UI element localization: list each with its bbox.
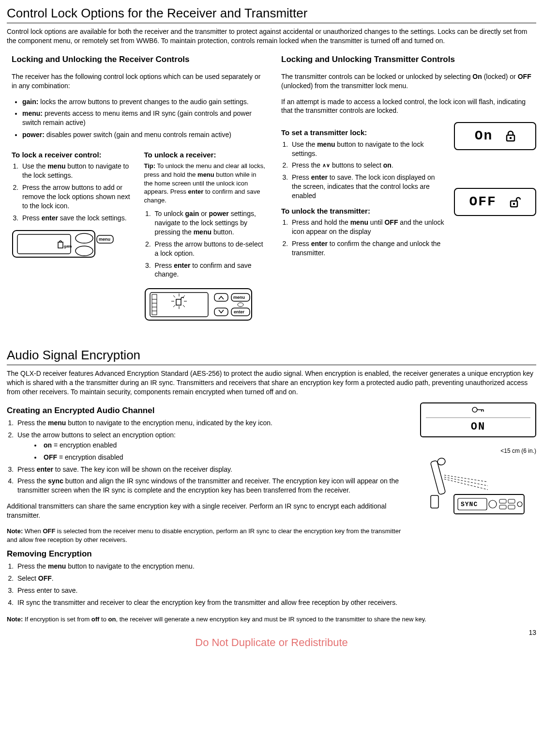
lcd-on-display: On [454, 122, 536, 150]
lock-closed-icon [506, 130, 515, 142]
transmitter-lock-p2: If an attempt is made to access a locked… [281, 97, 536, 116]
svg-point-4 [75, 233, 93, 243]
chevron-up-down-icon: ∧∨ [322, 162, 330, 169]
svg-point-48 [489, 500, 497, 508]
rem-step-3: Press enter to save. [15, 586, 410, 595]
receiver-unlock-illustration: menu enter [144, 284, 267, 327]
transmitter-lock-heading: Locking and Unlocking Transmitter Contro… [281, 54, 536, 65]
section2-intro: The QLX-D receiver features Advanced Enc… [7, 369, 536, 397]
bullet-menu: menu: prevents access to menu items and … [22, 109, 267, 127]
tx-set-step-2: Press the ∧∨ buttons to select on. [290, 161, 444, 170]
section1-intro: Control lock options are available for b… [7, 27, 536, 46]
svg-rect-51 [499, 505, 506, 509]
svg-rect-24 [214, 293, 228, 301]
tx-unlock-step-1: Press and hold the menu until OFF and th… [290, 218, 444, 236]
rem-step-4: IR sync the transmitter and receiver to … [15, 598, 410, 607]
lock-step-3: Press enter save the lock settings. [20, 214, 135, 223]
section2-title: Audio Signal Encryption [7, 347, 536, 365]
enc-opt-off: OFF = encryption disabled [42, 453, 410, 462]
transmitter-lock-p1: The transmitter controls can be locked o… [281, 72, 536, 91]
create-enc-heading: Creating an Encrypted Audio Channel [7, 405, 410, 417]
receiver-lock-illustration: gain menu [12, 228, 135, 264]
enc-step-2: Use the arrow buttons to select an encry… [15, 431, 410, 462]
enc-additional: Additional transmitters can share the sa… [7, 502, 410, 520]
unlock-tx-heading: To unlock the transmitter: [281, 206, 444, 216]
section1-title: Control Lock Options for the Receiver an… [7, 5, 536, 23]
encryption-lcd: ON [420, 402, 536, 437]
enc-step-1: Press the menu button to navigate to the… [15, 418, 410, 428]
tx-set-step-3: Press enter to save. The lock icon displ… [290, 173, 444, 201]
enc-note: Note: When OFF is selected from the rece… [7, 527, 410, 544]
remove-enc-heading: Removing Encryption [7, 549, 410, 560]
svg-rect-52 [508, 505, 515, 509]
svg-point-53 [517, 502, 522, 507]
svg-line-15 [173, 305, 175, 307]
lock-step-2: Press the arrow buttons to add or remove… [20, 183, 135, 211]
svg-rect-41 [431, 495, 438, 508]
svg-rect-50 [508, 499, 515, 503]
unlock-step-2: Press the arrow buttons to de-select a l… [153, 240, 267, 258]
svg-text:gain: gain [64, 244, 72, 248]
remove-enc-note: Note: If encryption is set from off to o… [7, 615, 536, 624]
svg-point-5 [75, 246, 93, 256]
bullet-power: power: disables power switch (gain and m… [22, 130, 267, 139]
receiver-lock-desc: The receiver has the following control l… [12, 72, 267, 91]
bullet-gain: gain: locks the arrow buttons to prevent… [22, 97, 267, 107]
tx-set-step-1: Use the menu button to navigate to the l… [290, 140, 444, 158]
svg-text:menu: menu [233, 295, 245, 300]
unlock-tip: Tip: To unlock the menu and clear all lo… [144, 162, 267, 204]
svg-line-12 [183, 295, 185, 297]
svg-text:SYNC: SYNC [461, 501, 478, 508]
unlock-step-3: Press enter to confirm and save change. [153, 261, 267, 279]
svg-rect-32 [510, 137, 512, 139]
key-icon [472, 406, 484, 413]
svg-rect-49 [499, 499, 506, 503]
rem-step-2: Select OFF. [15, 574, 410, 583]
svg-rect-19 [152, 294, 157, 315]
enc-step-3: Press enter to save. The key icon will b… [15, 465, 410, 474]
lock-open-icon [510, 196, 521, 208]
svg-line-44 [444, 475, 488, 482]
svg-point-35 [472, 407, 477, 412]
unlock-receiver-heading: To unlock a receiver: [144, 150, 267, 160]
svg-text:menu: menu [99, 237, 110, 242]
enc-opt-on: on = encryption enabled [42, 441, 410, 450]
svg-line-16 [183, 305, 185, 307]
lock-receiver-heading: To lock a receiver control: [12, 150, 135, 160]
unlock-step-1: To unlock gain or power settings, naviga… [153, 209, 267, 237]
svg-rect-18 [176, 299, 181, 305]
svg-rect-25 [214, 308, 228, 316]
lcd-off-display: OFF [454, 188, 536, 216]
receiver-lock-heading: Locking and Unlocking the Receiver Contr… [12, 54, 267, 65]
svg-rect-39 [430, 460, 446, 494]
enc-step-4: Press the sync button and align the IR s… [15, 477, 410, 495]
svg-rect-34 [513, 203, 515, 205]
watermark: Do Not Duplicate or Redistribute [7, 635, 536, 650]
rem-step-1: Press the menu button to navigate to the… [15, 562, 410, 571]
svg-line-11 [173, 295, 175, 297]
lock-step-1: Use the menu button to navigate to the l… [20, 162, 135, 180]
svg-rect-2 [58, 242, 63, 248]
set-tx-lock-heading: To set a transmitter lock: [281, 128, 444, 138]
ir-sync-illustration: <15 cm (6 in.) SYNC [420, 447, 536, 521]
svg-text:enter: enter [234, 309, 245, 314]
tx-unlock-step-2: Press enter to confirm the change and un… [290, 239, 444, 258]
svg-point-28 [238, 303, 243, 307]
